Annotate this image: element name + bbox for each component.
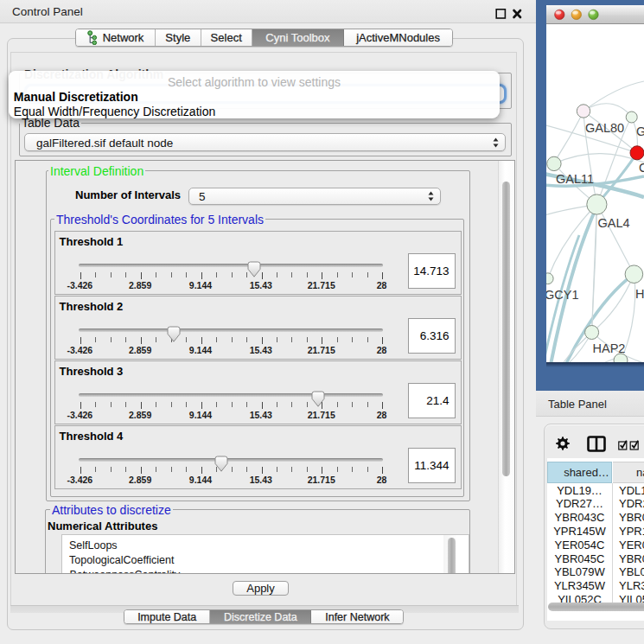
svg-text:GAL80: GAL80 (585, 121, 624, 135)
svg-text:GCY1: GCY1 (545, 288, 579, 302)
svg-text:GAL4: GAL4 (598, 216, 630, 230)
svg-text:GAL11: GAL11 (556, 172, 594, 186)
svg-text:GAL3: GAL3 (636, 124, 644, 138)
svg-text:HAP2: HAP2 (593, 341, 626, 355)
svg-text:CYC8: CYC8 (639, 161, 644, 175)
svg-text:HAP4: HAP4 (635, 287, 644, 301)
